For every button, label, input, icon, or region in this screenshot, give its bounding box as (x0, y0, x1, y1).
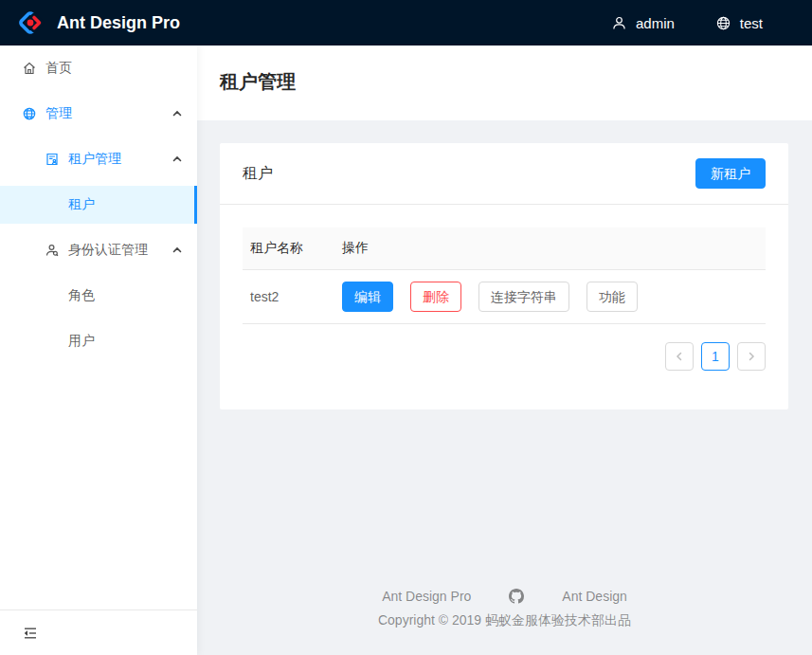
globe-icon (716, 16, 731, 30)
sidebar-item-tenant-management-label: 租户管理 (68, 151, 121, 168)
sidebar-item-roles[interactable]: 角色 (0, 277, 197, 315)
chevron-up-icon (172, 109, 182, 118)
sidebar-collapse-trigger[interactable] (0, 610, 197, 655)
content-area: 租户 新租户 租户名称 操作 test2 编辑 (197, 120, 812, 589)
menu-fold-icon (23, 626, 38, 641)
column-header-actions: 操作 (334, 227, 766, 270)
user-search-icon (45, 244, 59, 257)
sidebar-item-users-label: 用户 (68, 333, 95, 350)
page-header: 租户管理 (197, 45, 812, 120)
app-header: Ant Design Pro admin test (0, 0, 812, 45)
sidebar-item-users[interactable]: 用户 (0, 322, 197, 360)
sidebar-item-home[interactable]: 首页 (0, 49, 197, 87)
actions-cell: 编辑 删除 连接字符串 功能 (334, 270, 766, 324)
sidebar-item-admin[interactable]: 管理 (0, 95, 197, 133)
sidebar-item-tenant-management[interactable]: 租户管理 (0, 140, 197, 178)
footer-link-ant-design[interactable]: Ant Design (562, 589, 626, 604)
footer-link-ant-design-pro[interactable]: Ant Design Pro (382, 589, 471, 604)
card-body: 租户名称 操作 test2 编辑 删除 连接字符串 功能 (220, 205, 788, 393)
delete-button[interactable]: 删除 (410, 282, 461, 312)
chevron-left-icon (675, 352, 684, 361)
column-header-tenant-name: 租户名称 (243, 227, 334, 270)
tenant-card: 租户 新租户 租户名称 操作 test2 编辑 (220, 143, 788, 409)
new-tenant-button[interactable]: 新租户 (695, 158, 766, 189)
sidebar-item-tenant-label: 租户 (68, 196, 95, 213)
sidebar-item-identity-management-label: 身份认证管理 (68, 242, 148, 259)
sidebar-item-tenant[interactable]: 租户 (0, 186, 197, 224)
main-area: 租户管理 租户 新租户 租户名称 操作 test2 (197, 45, 812, 655)
tenant-table: 租户名称 操作 test2 编辑 删除 连接字符串 功能 (243, 227, 766, 324)
card-title: 租户 (243, 164, 273, 184)
user-menu[interactable]: admin (591, 0, 695, 45)
home-icon (23, 62, 36, 75)
card-header: 租户 新租户 (220, 143, 788, 205)
next-page-button[interactable] (737, 342, 766, 371)
sidebar-item-home-label: 首页 (45, 60, 72, 77)
chevron-up-icon (172, 155, 182, 164)
page-1-button[interactable]: 1 (701, 342, 730, 371)
page-title: 租户管理 (220, 68, 789, 95)
features-button[interactable]: 功能 (586, 282, 638, 312)
ant-design-logo-icon (15, 8, 45, 38)
sidebar-item-identity-management[interactable]: 身份认证管理 (0, 231, 197, 269)
connection-string-button[interactable]: 连接字符串 (478, 282, 569, 312)
tenant-name-cell: test2 (243, 270, 334, 324)
sidebar-menu: 首页 管理 (0, 45, 197, 610)
header-right: admin test (591, 0, 784, 45)
sidebar: 首页 管理 (0, 45, 197, 655)
table-header-row: 租户名称 操作 (243, 227, 766, 270)
app-title: Ant Design Pro (57, 13, 180, 33)
sidebar-item-admin-label: 管理 (45, 105, 72, 122)
page-footer: Ant Design Pro Ant Design Copyright © 20… (197, 589, 812, 655)
audit-icon (45, 153, 59, 166)
logo[interactable]: Ant Design Pro (15, 8, 180, 38)
pagination: 1 (243, 342, 766, 371)
user-name: admin (636, 15, 675, 31)
prev-page-button[interactable] (665, 342, 694, 371)
tenant-switcher[interactable]: test (695, 0, 784, 45)
edit-button[interactable]: 编辑 (342, 282, 393, 312)
tenant-name: test (740, 15, 763, 31)
chevron-up-icon (172, 246, 182, 255)
footer-github-link[interactable] (509, 589, 524, 604)
global-icon (23, 107, 36, 120)
table-row: test2 编辑 删除 连接字符串 功能 (243, 270, 766, 324)
sidebar-item-roles-label: 角色 (68, 287, 95, 304)
github-icon (509, 589, 524, 604)
chevron-right-icon (747, 352, 756, 361)
user-icon (612, 16, 626, 30)
copyright-text: Copyright © 2019 蚂蚁金服体验技术部出品 (212, 612, 797, 629)
footer-links: Ant Design Pro Ant Design (212, 589, 797, 604)
